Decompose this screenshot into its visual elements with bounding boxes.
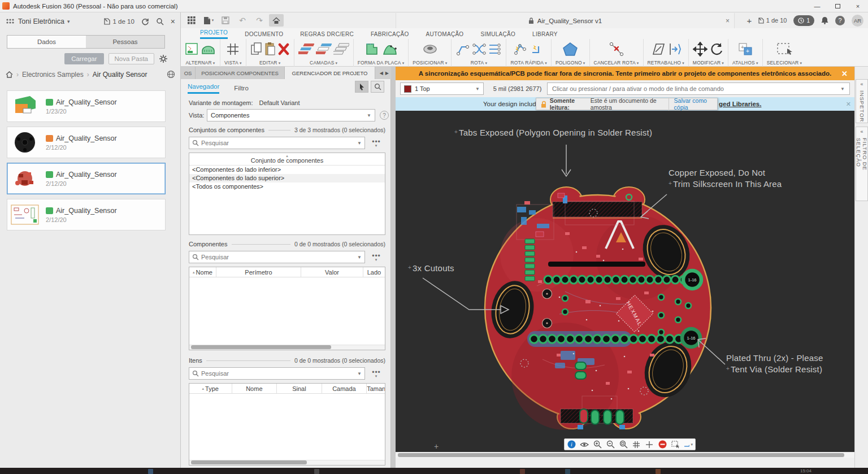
component-set-list[interactable]: Conjunto de componentes <Componentes do … bbox=[189, 153, 385, 235]
more-options-icon[interactable]: ••• bbox=[370, 368, 383, 379]
taskbar-app-icon[interactable] bbox=[314, 469, 319, 474]
app-grid-icon[interactable] bbox=[184, 14, 199, 27]
layer-select[interactable]: 1 Top ▼ bbox=[400, 82, 484, 95]
avatar[interactable]: AR bbox=[852, 15, 863, 27]
tab-scroll-left-icon[interactable]: ◀ bbox=[380, 71, 383, 76]
search-icon[interactable] bbox=[156, 18, 164, 25]
refresh-icon[interactable] bbox=[141, 18, 149, 25]
group-selecionar[interactable]: SELECIONAR bbox=[763, 39, 806, 67]
document-tab[interactable]: Air_Quality_Sensor v1 × bbox=[396, 13, 735, 28]
group-poligono[interactable]: POLIGONO bbox=[552, 39, 590, 67]
zoom-out-icon[interactable] bbox=[606, 440, 615, 449]
list-item-selected[interactable]: Air_Quality_Sensor 2/12/20 bbox=[7, 163, 166, 194]
save-icon[interactable] bbox=[218, 14, 233, 27]
new-tab-icon[interactable]: + bbox=[743, 14, 756, 27]
more-options-icon[interactable]: ••• bbox=[370, 138, 383, 148]
group-vista[interactable]: VISTA bbox=[220, 39, 246, 67]
airwire-icon[interactable] bbox=[684, 440, 693, 449]
search-input[interactable] bbox=[201, 140, 355, 146]
pcb-canvas[interactable]: 1-16 1-16 HEXMAL bbox=[396, 111, 854, 452]
column-header[interactable]: Camada bbox=[322, 384, 367, 393]
breadcrumb-root[interactable]: Electronics Samples bbox=[22, 71, 84, 79]
select-cursor-button[interactable] bbox=[355, 81, 368, 93]
zoom-to-button[interactable] bbox=[371, 81, 384, 93]
file-menu-icon[interactable] bbox=[201, 14, 216, 27]
home-view-icon[interactable] bbox=[269, 14, 284, 27]
group-forma-da-placa[interactable]: FORMA DA PLACA bbox=[354, 39, 409, 67]
components-table[interactable]: Nome Perímetro Valor Lado bbox=[189, 267, 385, 350]
doc-counter[interactable]: 1 de 10 bbox=[103, 18, 134, 25]
taskbar-app-icon[interactable] bbox=[656, 469, 661, 474]
more-options-icon[interactable]: ••• bbox=[370, 252, 383, 262]
bell-icon[interactable] bbox=[821, 16, 828, 24]
account-selector[interactable]: Toni Eletrônica bbox=[18, 18, 64, 25]
tab-library[interactable]: LIBRARY bbox=[532, 31, 558, 39]
tab-dados[interactable]: Dados bbox=[7, 36, 86, 48]
tab-projeto[interactable]: PROJETO bbox=[200, 29, 228, 39]
group-atalhos[interactable]: ++ ATALHOS bbox=[728, 39, 763, 67]
crosshair-toggle-icon[interactable] bbox=[645, 440, 654, 449]
search-input[interactable] bbox=[201, 370, 355, 377]
command-input[interactable] bbox=[552, 85, 840, 92]
subtab-navegador[interactable]: Navegador bbox=[188, 83, 219, 94]
taskbar-app-icon[interactable] bbox=[520, 469, 525, 474]
inspector-collapsed-panel[interactable]: « INSPETOR bbox=[856, 79, 868, 123]
doc-counter[interactable]: 1 de 10 bbox=[758, 17, 787, 24]
horizontal-scrollbar[interactable] bbox=[191, 345, 331, 349]
zoom-in-icon[interactable] bbox=[593, 440, 602, 449]
taskbar-app-icon[interactable] bbox=[148, 469, 153, 474]
panel-tab-posicionar-componentes[interactable]: POSICIONAR COMPONENTES bbox=[196, 67, 285, 79]
column-header[interactable]: Perímetro bbox=[216, 267, 301, 277]
tab-pessoas[interactable]: Pessoas bbox=[86, 36, 164, 48]
column-header[interactable]: Nome bbox=[232, 384, 277, 393]
tab-simulacao[interactable]: SIMULAÇÃO bbox=[480, 31, 515, 39]
visibility-icon[interactable] bbox=[580, 440, 589, 449]
subtab-filtro[interactable]: Filtro bbox=[234, 85, 249, 94]
remove-icon[interactable] bbox=[658, 440, 667, 449]
warning-close-icon[interactable]: ✕ bbox=[841, 69, 848, 78]
group-alternar[interactable]: ALTERNAR bbox=[181, 39, 220, 67]
list-item[interactable]: Air_Quality_Sensor 2/12/20 bbox=[7, 199, 166, 231]
group-rota[interactable]: ROTA bbox=[452, 39, 506, 67]
maximize-button[interactable] bbox=[827, 0, 848, 12]
tab-regras-drc-erc[interactable]: REGRAS DRC/ERC bbox=[300, 31, 354, 39]
column-header[interactable]: Tamanho bbox=[367, 384, 385, 393]
group-editar[interactable]: EDITAR bbox=[246, 39, 294, 67]
tab-close-icon[interactable]: × bbox=[726, 17, 730, 25]
taskbar-app-icon[interactable] bbox=[565, 469, 570, 474]
minimize-button[interactable]: — bbox=[807, 0, 827, 12]
list-item[interactable]: <Componentes do lado superior> bbox=[189, 174, 385, 182]
tab-documento[interactable]: DOCUMENTO bbox=[245, 31, 283, 39]
home-icon[interactable] bbox=[6, 71, 13, 78]
upload-button[interactable]: Carregar bbox=[64, 53, 103, 64]
new-folder-button[interactable]: Nova Pasta bbox=[108, 53, 154, 64]
undo-icon[interactable]: ↶ bbox=[235, 14, 250, 27]
panel-tab-gerenciador-de-projeto[interactable]: GERENCIADOR DE PROJETO bbox=[285, 67, 375, 79]
horizontal-scrollbar[interactable] bbox=[191, 460, 307, 464]
zoom-window-icon[interactable] bbox=[619, 440, 628, 449]
info-icon[interactable]: i bbox=[567, 440, 576, 449]
select-area-icon[interactable] bbox=[671, 440, 680, 449]
tab-fabricacao[interactable]: FABRICAÇÃO bbox=[371, 31, 409, 39]
list-item[interactable]: <Componentes do lado inferior> bbox=[189, 166, 385, 174]
command-dropdown-icon[interactable]: ▼ bbox=[840, 86, 845, 92]
close-button[interactable]: × bbox=[848, 0, 868, 12]
vista-select[interactable]: Componentes▼ bbox=[207, 109, 375, 121]
save-copy-link[interactable]: Salvar como cópia bbox=[669, 97, 713, 111]
column-header[interactable]: Sinal bbox=[277, 384, 322, 393]
column-header[interactable]: Nome bbox=[189, 267, 216, 277]
panel-tab-os[interactable]: OS bbox=[181, 67, 196, 79]
list-item[interactable]: Air_Quality_Sensor 1/23/20 bbox=[7, 90, 166, 122]
list-item[interactable]: <Todos os componentes> bbox=[189, 182, 385, 191]
grid-toggle-icon[interactable] bbox=[632, 440, 641, 449]
globe-icon[interactable] bbox=[167, 70, 175, 79]
column-header[interactable]: Valor bbox=[301, 267, 363, 277]
tab-scroll-right-icon[interactable]: ▶ bbox=[385, 71, 389, 76]
selection-filter-collapsed-panel[interactable]: « FILTRO DE SELEÇÃO bbox=[856, 127, 868, 201]
group-camadas[interactable]: CAMADAS bbox=[294, 39, 354, 67]
help-icon[interactable]: ? bbox=[380, 111, 389, 120]
help-icon[interactable]: ? bbox=[835, 16, 845, 25]
list-column-header[interactable]: Conjunto de componentes bbox=[189, 153, 385, 166]
group-modificar[interactable]: MODIFICAR bbox=[689, 39, 728, 67]
canvas-horizontal-scrollbar[interactable] bbox=[396, 453, 854, 458]
